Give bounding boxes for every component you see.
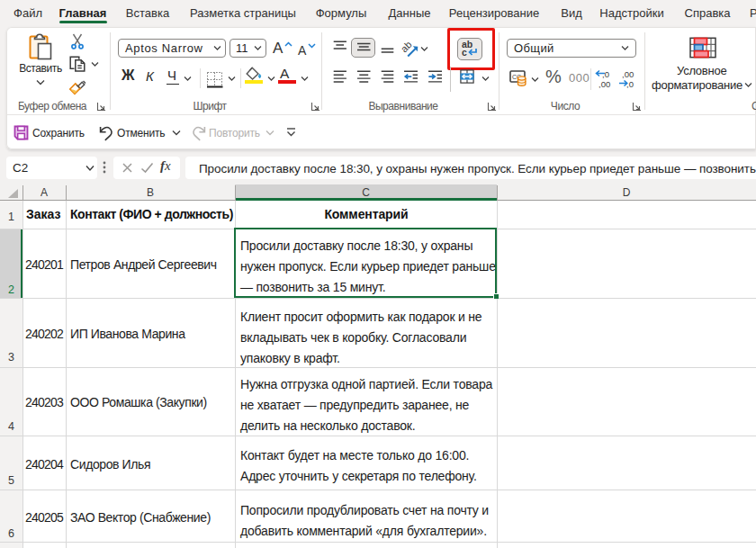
svg-text:,00: ,00 xyxy=(598,79,610,88)
svg-text:,00: ,00 xyxy=(622,69,634,79)
svg-text:,0: ,0 xyxy=(602,69,609,79)
